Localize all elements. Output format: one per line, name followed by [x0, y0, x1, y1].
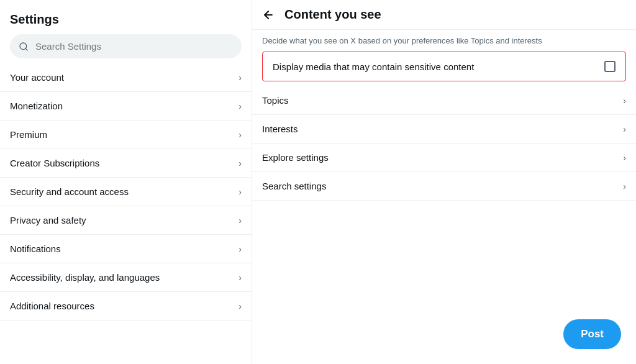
sidebar-title: Settings	[0, 6, 252, 34]
content-item-label: Interests	[262, 124, 298, 134]
chevron-right-icon: ›	[623, 96, 626, 106]
content-subtitle: Decide what you see on X based on your p…	[252, 30, 636, 52]
sidebar-item-label: Privacy and safety	[10, 215, 86, 225]
sidebar-item-label: Monetization	[10, 101, 63, 111]
sidebar-item-label: Accessibility, display, and languages	[10, 272, 160, 283]
content-item-label: Explore settings	[262, 152, 329, 163]
sidebar: Settings Your account › Monetization ›	[0, 0, 252, 364]
sidebar-item-additional-resources[interactable]: Additional resources ›	[0, 292, 252, 321]
content-item-label: Search settings	[262, 181, 326, 191]
sidebar-item-privacy-safety[interactable]: Privacy and safety ›	[0, 206, 252, 235]
chevron-right-icon: ›	[238, 158, 242, 168]
chevron-right-icon: ›	[238, 187, 242, 197]
search-icon	[19, 42, 29, 52]
content-item-interests[interactable]: Interests ›	[252, 115, 636, 143]
chevron-right-icon: ›	[238, 216, 242, 225]
sensitive-content-row[interactable]: Display media that may contain sensitive…	[262, 52, 626, 81]
chevron-right-icon: ›	[623, 181, 626, 191]
sensitive-label: Display media that may contain sensitive…	[273, 61, 474, 72]
chevron-right-icon: ›	[623, 153, 626, 163]
sidebar-item-premium[interactable]: Premium ›	[0, 121, 252, 149]
chevron-right-icon: ›	[238, 73, 242, 83]
sidebar-item-label: Security and account access	[10, 186, 129, 197]
content-item-topics[interactable]: Topics ›	[252, 86, 636, 115]
content-item-search-settings[interactable]: Search settings ›	[252, 172, 636, 201]
svg-line-1	[25, 48, 27, 50]
sidebar-item-label: Additional resources	[10, 301, 94, 311]
content-item-label: Topics	[262, 95, 289, 106]
sidebar-item-security[interactable]: Security and account access ›	[0, 178, 252, 206]
search-box	[10, 34, 242, 58]
content-panel: Content you see Decide what you see on X…	[252, 0, 636, 364]
sidebar-item-monetization[interactable]: Monetization ›	[0, 92, 252, 121]
chevron-right-icon: ›	[238, 244, 242, 254]
sidebar-item-creator-subscriptions[interactable]: Creator Subscriptions ›	[0, 149, 252, 178]
sidebar-item-label: Premium	[10, 129, 47, 140]
chevron-right-icon: ›	[623, 124, 626, 134]
sidebar-item-accessibility[interactable]: Accessibility, display, and languages ›	[0, 263, 252, 292]
sidebar-item-your-account[interactable]: Your account ›	[0, 63, 252, 92]
chevron-right-icon: ›	[238, 301, 242, 311]
sidebar-item-label: Creator Subscriptions	[10, 158, 99, 168]
app-container: Settings Your account › Monetization ›	[0, 0, 636, 364]
post-button[interactable]: Post	[563, 319, 621, 349]
sidebar-item-label: Notifications	[10, 243, 61, 254]
back-button[interactable]	[262, 9, 275, 21]
nav-list: Your account › Monetization › Premium › …	[0, 63, 252, 321]
content-item-explore-settings[interactable]: Explore settings ›	[252, 143, 636, 172]
sidebar-item-label: Your account	[10, 72, 64, 83]
sensitive-checkbox[interactable]	[604, 61, 616, 72]
content-header: Content you see	[252, 0, 636, 30]
chevron-right-icon: ›	[238, 101, 242, 111]
search-input[interactable]	[10, 34, 242, 58]
chevron-right-icon: ›	[238, 273, 242, 283]
content-title: Content you see	[284, 7, 381, 22]
chevron-right-icon: ›	[238, 130, 242, 140]
sidebar-item-notifications[interactable]: Notifications ›	[0, 235, 252, 263]
